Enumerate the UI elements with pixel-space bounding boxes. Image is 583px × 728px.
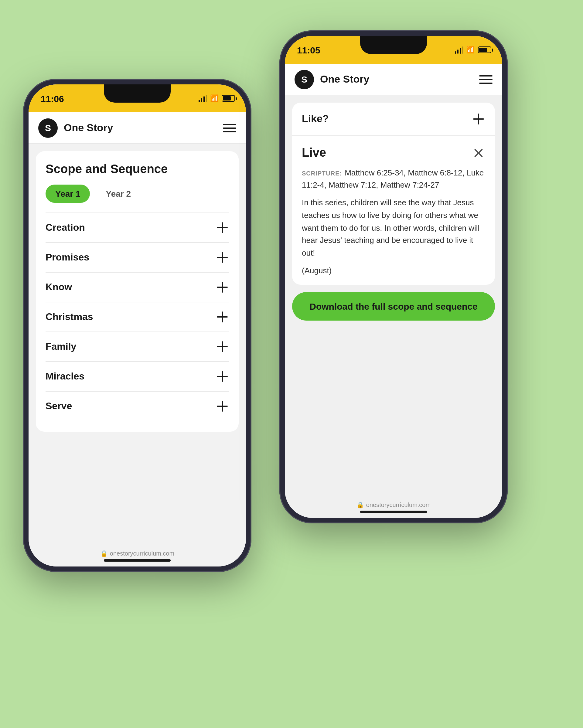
wifi-icon-right: 📶: [466, 46, 475, 54]
time-right: 11:05: [297, 45, 320, 55]
notch-right: [360, 36, 427, 54]
menu-item-miracles[interactable]: Miracles: [46, 361, 229, 391]
download-button[interactable]: Download the full scope and sequence: [292, 292, 495, 321]
phone-right: 11:05 📶: [279, 30, 508, 523]
logo-right: S: [295, 70, 314, 89]
plus-icon-serve: [216, 399, 229, 413]
scripture-label: SCRIPTURE:: [302, 170, 342, 177]
plus-icon-promises: [216, 251, 229, 264]
plus-icon-miracles: [216, 370, 229, 383]
open-title: Live: [302, 146, 326, 160]
accordion-open-live: Live SCRIPTURE: Matthew 6:25-34, Matthew…: [292, 136, 495, 285]
content-right: Like? Live SCRIPTURE: Matthew 6:25: [285, 95, 502, 498]
bottom-bar-left: 🔒 onestorycurriculum.com: [29, 546, 246, 567]
menu-label-serve: Serve: [46, 401, 72, 412]
status-bar-right: 11:05 📶: [285, 36, 502, 64]
menu-item-know[interactable]: Know: [46, 272, 229, 302]
signal-icon-left: [198, 95, 207, 102]
bottom-bar-right: 🔒 onestorycurriculum.com: [285, 498, 502, 518]
plus-icon-family: [216, 340, 229, 354]
menu-label-christmas: Christmas: [46, 311, 93, 322]
hamburger-right[interactable]: [479, 75, 492, 83]
status-icons-right: 📶: [455, 46, 491, 54]
accordion-card: Like? Live SCRIPTURE: Matthew 6:25: [292, 103, 495, 285]
menu-label-miracles: Miracles: [46, 371, 84, 382]
url-bar-left: 🔒 onestorycurriculum.com: [29, 550, 246, 559]
menu-item-creation[interactable]: Creation: [46, 212, 229, 242]
content-left: Scope and Sequence Year 1 Year 2 Creatio…: [29, 144, 246, 546]
wifi-icon-left: 📶: [210, 95, 219, 102]
menu-item-family[interactable]: Family: [46, 332, 229, 361]
closed-label: Like?: [302, 113, 329, 125]
url-bar-right: 🔒 onestorycurriculum.com: [285, 501, 502, 511]
plus-icon-know: [216, 281, 229, 294]
menu-label-know: Know: [46, 282, 72, 293]
status-icons-left: 📶: [198, 95, 235, 102]
nav-bar-right: S One Story: [285, 64, 502, 95]
time-left: 11:06: [41, 93, 64, 104]
menu-label-promises: Promises: [46, 252, 89, 263]
menu-item-serve[interactable]: Serve: [46, 391, 229, 421]
scripture-container: SCRIPTURE: Matthew 6:25-34, Matthew 6:8-…: [302, 167, 485, 191]
home-indicator-right: [285, 511, 502, 518]
year-tabs: Year 1 Year 2: [46, 185, 229, 203]
year2-tab[interactable]: Year 2: [96, 185, 141, 203]
app-name-left: One Story: [64, 122, 223, 134]
hamburger-left[interactable]: [223, 124, 236, 132]
scope-title: Scope and Sequence: [46, 162, 229, 176]
open-header: Live: [302, 146, 485, 160]
year1-tab[interactable]: Year 1: [46, 185, 90, 203]
menu-item-christmas[interactable]: Christmas: [46, 302, 229, 332]
plus-icon-like: [472, 112, 485, 126]
description-text: In this series, children will see the wa…: [302, 197, 485, 260]
notch-left: [104, 84, 171, 103]
home-bar-right: [360, 511, 427, 513]
url-text-left: onestorycurriculum.com: [110, 550, 174, 557]
phone-left: 11:06 📶: [23, 79, 251, 572]
plus-icon-christmas: [216, 310, 229, 323]
accordion-closed-like[interactable]: Like?: [292, 103, 495, 136]
battery-icon-right: [478, 47, 491, 53]
month-text: (August): [302, 266, 485, 275]
signal-icon-right: [455, 46, 463, 53]
home-bar-left: [104, 559, 171, 562]
battery-icon-left: [222, 95, 235, 102]
status-bar-left: 11:06 📶: [29, 84, 246, 112]
menu-item-promises[interactable]: Promises: [46, 242, 229, 272]
scope-card: Scope and Sequence Year 1 Year 2 Creatio…: [36, 151, 239, 432]
url-text-right: onestorycurriculum.com: [366, 501, 431, 508]
menu-label-creation: Creation: [46, 222, 85, 233]
nav-bar-left: S One Story: [29, 112, 246, 144]
logo-left: S: [38, 118, 58, 137]
menu-label-family: Family: [46, 341, 76, 352]
app-name-right: One Story: [320, 73, 479, 85]
plus-icon-creation: [216, 221, 229, 234]
home-indicator-left: [29, 559, 246, 567]
close-icon-live[interactable]: [472, 146, 485, 159]
